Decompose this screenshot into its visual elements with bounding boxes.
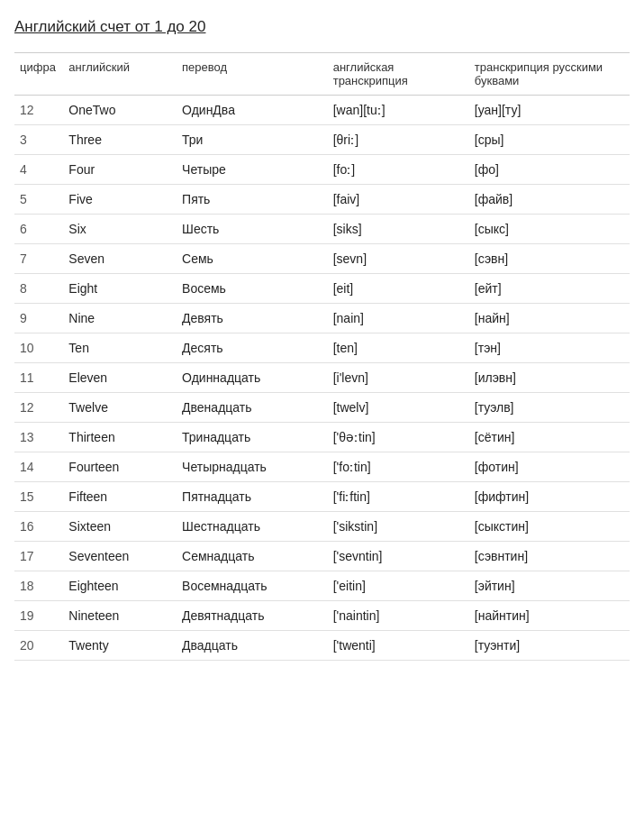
numbers-table: цифра английский перевод английская тран… <box>14 52 630 661</box>
cell-transcription_ru: [сыкс] <box>469 215 630 244</box>
cell-russian: Тринадцать <box>177 423 328 452</box>
table-row: 19NineteenДевятнадцать['naintin][найнтин… <box>14 601 630 631</box>
cell-transcription_ru: [сры] <box>469 125 630 155</box>
cell-transcription_en: ['twenti] <box>328 631 469 661</box>
cell-transcription_en: [θriː] <box>328 125 469 155</box>
cell-transcription_en: ['sevntin] <box>328 542 469 571</box>
cell-english: Nineteen <box>63 601 177 631</box>
cell-transcription_en: ['sikstin] <box>328 512 469 542</box>
cell-transcription_ru: [сэвн] <box>469 244 630 274</box>
cell-number: 5 <box>14 185 63 215</box>
page-title: Английский счет от 1 до 20 <box>14 18 630 36</box>
table-row: 3ThreeТри[θriː][сры] <box>14 125 630 155</box>
cell-russian: Девятнадцать <box>177 601 328 631</box>
col-header-number: цифра <box>14 53 63 96</box>
col-header-transcription-en: английская транскрипция <box>328 53 469 96</box>
cell-transcription_en: ['eitin] <box>328 571 469 601</box>
cell-english: Twelve <box>63 393 177 423</box>
table-row: 8EightВосемь[eit][ейт] <box>14 274 630 304</box>
cell-english: Seventeen <box>63 542 177 571</box>
cell-transcription_en: [faiv] <box>328 185 469 215</box>
cell-transcription_ru: [эйтин] <box>469 571 630 601</box>
cell-russian: Четырнадцать <box>177 452 328 482</box>
cell-transcription_en: ['θəːtin] <box>328 423 469 452</box>
cell-russian: Восемь <box>177 274 328 304</box>
cell-english: Five <box>63 185 177 215</box>
cell-number: 17 <box>14 542 63 571</box>
table-row: 5FiveПять[faiv][файв] <box>14 185 630 215</box>
table-row: 13ThirteenТринадцать['θəːtin][сётин] <box>14 423 630 452</box>
cell-transcription_ru: [тэн] <box>469 333 630 363</box>
cell-transcription_en: [sevn] <box>328 244 469 274</box>
table-row: 4FourЧетыре[foː][фо] <box>14 155 630 185</box>
cell-russian: Двенадцать <box>177 393 328 423</box>
cell-english: Thirteen <box>63 423 177 452</box>
col-header-transcription-ru: транскрипция русскими буквами <box>469 53 630 96</box>
cell-number: 19 <box>14 601 63 631</box>
cell-russian: Девять <box>177 304 328 333</box>
cell-russian: Четыре <box>177 155 328 185</box>
cell-number: 16 <box>14 512 63 542</box>
cell-transcription_en: ['naintin] <box>328 601 469 631</box>
table-row: 17SeventeenСемнадцать['sevntin][сэвнтин] <box>14 542 630 571</box>
table-row: 15FifteenПятнадцать['fiːftin][фифтин] <box>14 482 630 512</box>
cell-number: 10 <box>14 333 63 363</box>
cell-transcription_ru: [уан][ту] <box>469 96 630 125</box>
table-row: 11ElevenОдиннадцать[i'levn][илэвн] <box>14 363 630 393</box>
cell-english: Eight <box>63 274 177 304</box>
cell-transcription_en: [eit] <box>328 274 469 304</box>
cell-russian: Восемнадцать <box>177 571 328 601</box>
cell-transcription_ru: [найнтин] <box>469 601 630 631</box>
cell-transcription_en: [nain] <box>328 304 469 333</box>
col-header-translation: перевод <box>177 53 328 96</box>
cell-english: Fifteen <box>63 482 177 512</box>
cell-number: 8 <box>14 274 63 304</box>
cell-transcription_ru: [туэлв] <box>469 393 630 423</box>
cell-transcription_ru: [илэвн] <box>469 363 630 393</box>
cell-english: Eleven <box>63 363 177 393</box>
cell-english: Fourteen <box>63 452 177 482</box>
cell-number: 20 <box>14 631 63 661</box>
cell-transcription_ru: [ейт] <box>469 274 630 304</box>
cell-russian: Десять <box>177 333 328 363</box>
cell-number: 3 <box>14 125 63 155</box>
cell-transcription_en: [siks] <box>328 215 469 244</box>
cell-number: 11 <box>14 363 63 393</box>
cell-transcription_en: [foː] <box>328 155 469 185</box>
cell-russian: Семь <box>177 244 328 274</box>
cell-transcription_ru: [файв] <box>469 185 630 215</box>
cell-transcription_ru: [фотин] <box>469 452 630 482</box>
cell-number: 7 <box>14 244 63 274</box>
cell-russian: Одиннадцать <box>177 363 328 393</box>
cell-number: 13 <box>14 423 63 452</box>
table-row: 16SixteenШестнадцать['sikstin][сыкстин] <box>14 512 630 542</box>
cell-transcription_ru: [фифтин] <box>469 482 630 512</box>
cell-russian: Пять <box>177 185 328 215</box>
cell-english: Sixteen <box>63 512 177 542</box>
cell-russian: Три <box>177 125 328 155</box>
cell-english: Eighteen <box>63 571 177 601</box>
cell-russian: ОдинДва <box>177 96 328 125</box>
cell-transcription_en: [wan][tuː] <box>328 96 469 125</box>
cell-english: Three <box>63 125 177 155</box>
cell-english: Ten <box>63 333 177 363</box>
cell-russian: Шестнадцать <box>177 512 328 542</box>
cell-transcription_ru: [сётин] <box>469 423 630 452</box>
cell-english: Nine <box>63 304 177 333</box>
cell-russian: Пятнадцать <box>177 482 328 512</box>
cell-english: Twenty <box>63 631 177 661</box>
cell-transcription_ru: [сыкстин] <box>469 512 630 542</box>
cell-transcription_en: [twelv] <box>328 393 469 423</box>
cell-english: Six <box>63 215 177 244</box>
cell-transcription_ru: [туэнти] <box>469 631 630 661</box>
cell-number: 12 <box>14 96 63 125</box>
cell-number: 9 <box>14 304 63 333</box>
table-row: 14FourteenЧетырнадцать['foːtin][фотин] <box>14 452 630 482</box>
cell-transcription_ru: [найн] <box>469 304 630 333</box>
cell-russian: Семнадцать <box>177 542 328 571</box>
cell-number: 6 <box>14 215 63 244</box>
cell-number: 4 <box>14 155 63 185</box>
cell-english: Seven <box>63 244 177 274</box>
col-header-english: английский <box>63 53 177 96</box>
table-row: 6SixШесть[siks][сыкс] <box>14 215 630 244</box>
